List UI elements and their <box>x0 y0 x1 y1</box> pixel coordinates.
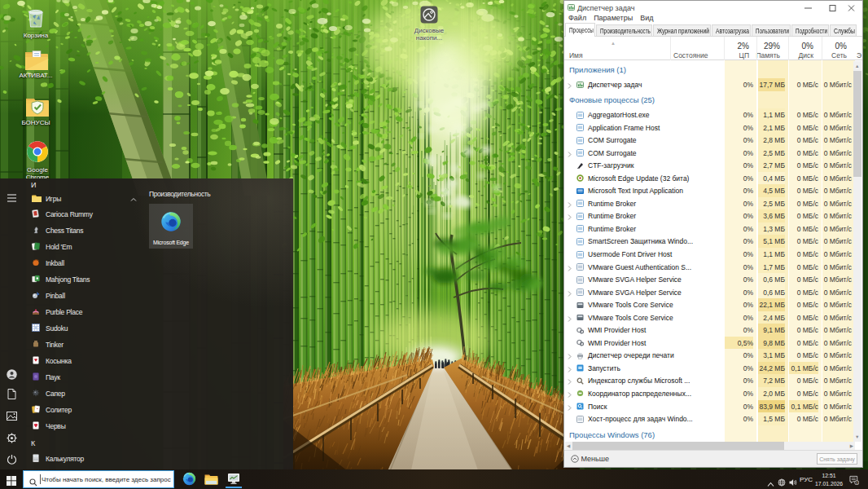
svg-text:1: 1 <box>856 481 857 485</box>
